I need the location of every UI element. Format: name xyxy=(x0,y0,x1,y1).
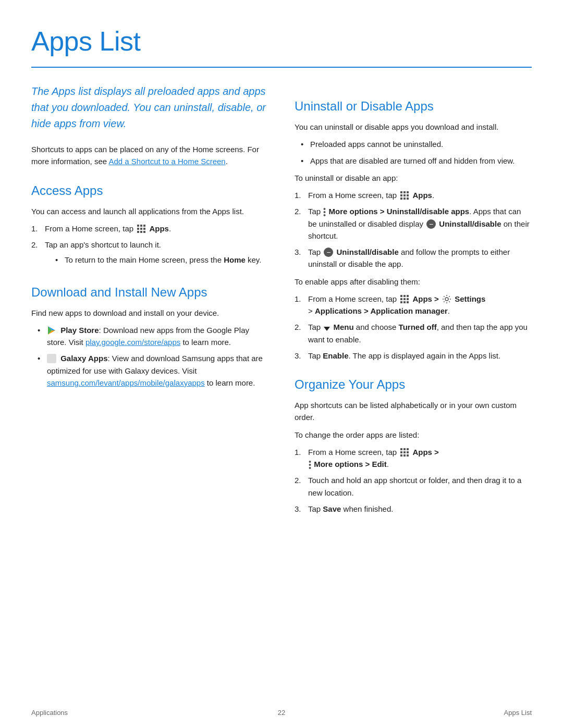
organize-heading: Organize Your Apps xyxy=(295,375,532,394)
apps-icon-2 xyxy=(400,191,409,200)
svg-rect-6 xyxy=(137,231,139,233)
download-body: Find new apps to download and install on… xyxy=(31,307,268,319)
svg-rect-12 xyxy=(407,191,409,193)
svg-point-43 xyxy=(309,467,311,469)
svg-rect-36 xyxy=(403,451,406,453)
svg-rect-23 xyxy=(403,295,406,297)
uninstall-bullets: Preloaded apps cannot be uninstalled. Ap… xyxy=(295,138,532,167)
svg-rect-15 xyxy=(407,194,409,196)
add-shortcut-link[interactable]: Add a Shortcut to a Home Screen xyxy=(108,157,225,166)
svg-rect-5 xyxy=(143,228,145,230)
more-options-icon xyxy=(323,207,326,216)
to-enable-label: To enable apps after disabling them: xyxy=(295,276,532,288)
svg-rect-29 xyxy=(403,301,406,303)
right-column: Uninstall or Disable Apps You can uninst… xyxy=(295,83,532,520)
enable-step-3: 3. Tap Enable. The app is displayed agai… xyxy=(295,350,532,362)
svg-rect-11 xyxy=(403,191,406,193)
svg-rect-40 xyxy=(407,454,409,456)
svg-rect-35 xyxy=(400,451,402,453)
svg-rect-8 xyxy=(143,231,145,233)
access-apps-body: You can access and launch all applicatio… xyxy=(31,205,268,217)
more-options-icon-2 xyxy=(309,460,311,468)
menu-arrow-icon xyxy=(324,327,330,331)
svg-rect-18 xyxy=(407,198,409,200)
svg-rect-22 xyxy=(400,295,402,297)
svg-rect-32 xyxy=(400,448,402,450)
svg-rect-3 xyxy=(137,228,139,230)
galaxy-link[interactable]: samsung.com/levant/apps/mobile/galaxyapp… xyxy=(47,378,205,387)
svg-rect-24 xyxy=(407,295,409,297)
svg-rect-27 xyxy=(407,298,409,300)
settings-icon xyxy=(442,294,451,304)
galaxy-icon xyxy=(47,354,56,363)
apps-icon-4 xyxy=(400,448,409,457)
footer-right: Apps List xyxy=(504,708,532,718)
svg-rect-33 xyxy=(403,448,406,450)
access-step-2: 2. Tap an app's shortcut to launch it. T… xyxy=(31,239,268,269)
access-apps-heading: Access Apps xyxy=(31,181,268,200)
download-bullet-galaxy: Galaxy Apps: View and download Samsung a… xyxy=(31,352,268,389)
access-apps-steps: 1. From a Home screen, tap xyxy=(31,223,268,269)
svg-rect-0 xyxy=(137,225,139,227)
intro-body: Shortcuts to apps can be placed on any o… xyxy=(31,143,268,168)
download-bullets: Play Store: Download new apps from the G… xyxy=(31,324,268,389)
access-step-1: 1. From a Home screen, tap xyxy=(31,223,268,235)
svg-rect-16 xyxy=(400,198,402,200)
organize-step-1: 1. From a Home screen, tap xyxy=(295,446,532,471)
svg-rect-30 xyxy=(407,301,409,303)
access-sub-bullet-1: To return to the main Home screen, press… xyxy=(55,254,261,266)
to-uninstall-label: To uninstall or disable an app: xyxy=(295,172,532,184)
uninstall-body: You can uninstall or disable apps you do… xyxy=(295,121,532,133)
to-change-label: To change the order apps are listed: xyxy=(295,429,532,441)
svg-rect-37 xyxy=(407,451,409,453)
left-column: The Apps list displays all preloaded app… xyxy=(31,83,268,520)
uninstall-bullet-1: Preloaded apps cannot be uninstalled. xyxy=(295,138,532,150)
enable-step-1: 1. From a Home screen, tap xyxy=(295,293,532,317)
organize-step-2: 2. Touch and hold an app shortcut or fol… xyxy=(295,474,532,499)
svg-rect-14 xyxy=(403,194,406,196)
svg-point-20 xyxy=(324,211,326,213)
download-bullet-playstore: Play Store: Download new apps from the G… xyxy=(31,324,268,349)
svg-rect-34 xyxy=(407,448,409,450)
svg-rect-25 xyxy=(400,298,402,300)
uninstall-steps: 1. From a Home screen, tap xyxy=(295,189,532,270)
footer-left: Applications xyxy=(31,708,68,718)
playstore-icon xyxy=(47,326,56,335)
page-container: Apps List The Apps list displays all pre… xyxy=(0,0,563,562)
svg-point-41 xyxy=(309,461,311,463)
svg-rect-10 xyxy=(400,191,402,193)
organize-step-3: 3. Tap Save when finished. xyxy=(295,503,532,515)
svg-rect-38 xyxy=(400,454,402,456)
download-heading: Download and Install New Apps xyxy=(31,283,268,302)
enable-steps: 1. From a Home screen, tap xyxy=(295,293,532,362)
uninstall-bullet-2: Apps that are disabled are turned off an… xyxy=(295,155,532,167)
organize-body: App shortcuts can be listed alphabetical… xyxy=(295,399,532,424)
playstore-link[interactable]: play.google.com/store/apps xyxy=(85,338,180,347)
uninstall-step-2: 2. Tap More options > Uninstall/disable … xyxy=(295,205,532,242)
uninstall-step-1: 1. From a Home screen, tap xyxy=(295,189,532,201)
uninstall-step-3: 3. Tap − Uninstall/disable and follow th… xyxy=(295,246,532,270)
svg-rect-28 xyxy=(400,301,402,303)
page-number: 22 xyxy=(278,709,285,717)
svg-rect-39 xyxy=(403,454,406,456)
two-column-layout: The Apps list displays all preloaded app… xyxy=(31,83,532,520)
svg-rect-4 xyxy=(140,228,142,230)
title-divider xyxy=(31,67,532,68)
footer-center: 22 xyxy=(278,708,285,718)
organize-steps: 1. From a Home screen, tap xyxy=(295,446,532,515)
svg-rect-17 xyxy=(403,198,406,200)
svg-point-19 xyxy=(324,208,326,210)
svg-rect-1 xyxy=(140,225,142,227)
svg-point-31 xyxy=(445,298,448,301)
svg-point-42 xyxy=(309,464,311,466)
apps-icon-3 xyxy=(400,294,409,304)
svg-rect-7 xyxy=(140,231,142,233)
intro-link-end: . xyxy=(226,157,228,166)
svg-point-21 xyxy=(324,214,326,216)
intro-italic: The Apps list displays all preloaded app… xyxy=(31,83,268,132)
apps-icon xyxy=(137,224,146,233)
access-step-2-sub: To return to the main Home screen, press… xyxy=(45,254,261,266)
uninstall-heading: Uninstall or Disable Apps xyxy=(295,97,532,116)
svg-rect-26 xyxy=(403,298,406,300)
minus-icon-2: − xyxy=(324,248,333,257)
